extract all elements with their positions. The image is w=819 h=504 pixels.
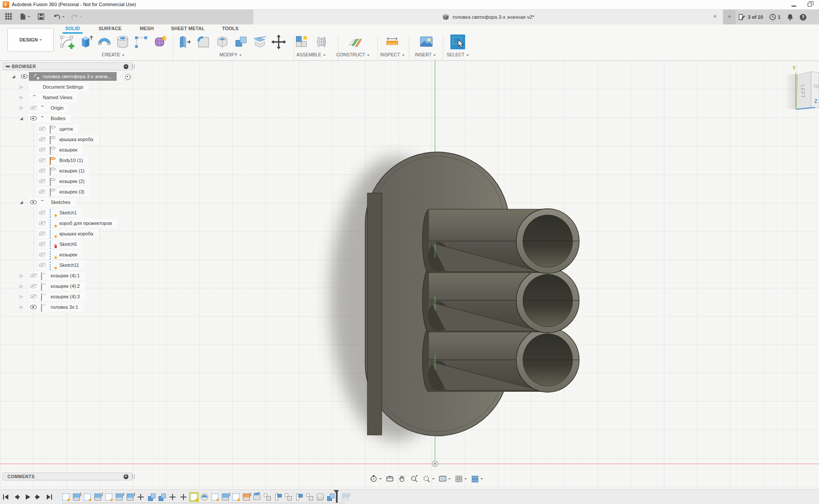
new-tab-button[interactable]: + — [723, 10, 736, 24]
timeline-feature-extrude[interactable] — [94, 494, 101, 501]
timeline-feature-sketch[interactable] — [211, 494, 218, 501]
visibility-eye-icon[interactable] — [39, 127, 45, 131]
browser-item-component[interactable]: козырек (4):1 — [3, 270, 132, 281]
group-label-select[interactable]: SELECT — [447, 52, 469, 57]
visibility-eye-icon[interactable] — [39, 158, 45, 162]
tab-sheet-metal[interactable]: SHEET METAL — [171, 24, 205, 33]
panel-grip[interactable] — [132, 64, 135, 69]
browser-item-body[interactable]: козырек — [3, 145, 132, 155]
pan-button[interactable] — [398, 475, 406, 483]
group-label-insert[interactable]: INSERT — [415, 52, 436, 57]
help-button[interactable]: ? — [800, 14, 806, 21]
timeline-feature-pattern[interactable] — [275, 494, 278, 501]
tab-surface[interactable]: SURFACE — [99, 24, 122, 33]
timeline-feature-new-component[interactable] — [264, 494, 271, 501]
timeline-feature-sketch[interactable] — [62, 494, 69, 501]
group-label-inspect[interactable]: INSPECT — [380, 52, 404, 57]
visibility-eye-icon[interactable] — [39, 252, 45, 257]
timeline-feature-new-component[interactable] — [306, 494, 313, 501]
timeline-feature-sketch[interactable] — [105, 494, 112, 501]
display-settings-button[interactable] — [439, 475, 451, 483]
visor-tube-top[interactable] — [422, 209, 579, 273]
redo-button[interactable] — [71, 13, 82, 20]
browser-item-sketch[interactable]: короб для прожекторов — [3, 218, 132, 228]
browser-item-component[interactable]: козырек (4):3 — [3, 291, 132, 302]
expand-arrow-icon[interactable] — [10, 74, 17, 79]
viewports-button[interactable] — [471, 475, 483, 483]
application-menu-button[interactable] — [5, 13, 12, 20]
browser-item-body[interactable]: щиток — [3, 124, 132, 134]
browser-item-bodies[interactable]: Bodies — [3, 113, 132, 124]
browser-item-body[interactable]: крышка короба — [3, 134, 132, 145]
measure-button[interactable] — [384, 34, 400, 51]
comments-panel[interactable]: COMMENTS + — [3, 473, 132, 480]
timeline-feature-combine[interactable] — [148, 494, 155, 501]
zoom-button[interactable] — [410, 475, 418, 483]
browser-item-body[interactable]: козырек (2) — [3, 176, 132, 186]
activate-component-radio[interactable] — [123, 72, 131, 80]
expand-arrow-icon[interactable] — [18, 294, 24, 299]
restore-button[interactable] — [808, 3, 812, 7]
visibility-eye-icon[interactable] — [30, 116, 37, 121]
timeline-feature-extrude[interactable] — [73, 494, 80, 501]
tab-mesh[interactable]: MESH — [140, 24, 154, 33]
browser-item-sketch-locked[interactable]: Sketch5 — [3, 239, 132, 249]
visibility-eye-icon[interactable] — [39, 169, 45, 173]
browser-header[interactable]: ◀◀ BROWSER – — [3, 62, 132, 70]
joint-button[interactable] — [314, 34, 329, 51]
play-button[interactable] — [24, 494, 31, 501]
visibility-eye-icon[interactable] — [30, 273, 37, 278]
viewcube[interactable]: Y LEFT TO Z — [782, 61, 819, 113]
create-form-button[interactable] — [152, 34, 168, 51]
save-button[interactable] — [38, 13, 45, 20]
activity-status[interactable]: 1 — [769, 14, 781, 21]
hole-button[interactable] — [115, 34, 131, 51]
collapse-browser-button[interactable]: – — [124, 64, 128, 69]
extrude-button[interactable] — [78, 34, 93, 51]
timeline-feature-move[interactable] — [180, 494, 187, 501]
timeline-feature-extrude[interactable] — [116, 494, 123, 501]
split-body-button[interactable] — [252, 34, 268, 51]
browser-item-body-highlighted[interactable]: Body10 (1) — [3, 155, 132, 166]
file-menu-button[interactable] — [19, 13, 30, 20]
go-to-end-button[interactable] — [46, 494, 53, 501]
timeline-feature-move[interactable] — [169, 494, 176, 501]
model-viewport[interactable]: Y LEFT TO Z ◀◀ BROWSER – головка светофо… — [0, 61, 819, 489]
browser-item-named-views[interactable]: Named Views — [3, 92, 132, 103]
timeline-feature-sketch[interactable] — [232, 494, 239, 501]
browser-item-sketch[interactable]: Sketch1 — [3, 207, 132, 218]
visibility-eye-icon[interactable] — [30, 305, 37, 309]
timeline-playhead[interactable] — [336, 490, 338, 503]
expand-arrow-icon[interactable] — [18, 200, 24, 204]
timeline-feature-move[interactable] — [137, 494, 144, 501]
browser-item-body[interactable]: козырек (3) — [3, 186, 132, 197]
workspace-selector[interactable]: DESIGN — [7, 28, 54, 52]
go-to-start-button[interactable] — [2, 494, 9, 501]
fit-button[interactable] — [422, 475, 435, 483]
timeline-feature-split-body[interactable] — [253, 495, 260, 500]
press-pull-button[interactable] — [176, 34, 192, 51]
group-label-construct[interactable]: CONSTRUCT — [336, 52, 370, 57]
look-at-button[interactable] — [386, 475, 394, 483]
timeline-feature-pattern[interactable] — [296, 494, 299, 501]
browser-item-origin[interactable]: Origin — [3, 103, 132, 113]
tab-tools[interactable]: TOOLS — [222, 24, 238, 33]
group-label-create[interactable]: CREATE — [102, 52, 124, 57]
visibility-eye-icon[interactable] — [39, 211, 45, 215]
timeline-feature-extrude[interactable] — [222, 494, 229, 501]
minimize-button[interactable] — [791, 6, 796, 7]
orbit-button[interactable] — [370, 475, 382, 483]
expand-arrow-icon[interactable] — [18, 95, 24, 100]
shell-button[interactable] — [214, 34, 230, 51]
browser-item-sketches[interactable]: Sketches — [3, 197, 132, 207]
step-back-button[interactable] — [13, 494, 20, 501]
expand-arrow-icon[interactable] — [18, 305, 24, 309]
visor-tube-bottom[interactable] — [422, 328, 579, 392]
new-component-button[interactable] — [294, 34, 310, 51]
timeline-feature-combine[interactable] — [327, 494, 334, 501]
visibility-eye-icon[interactable] — [39, 148, 45, 152]
group-label-assemble[interactable]: ASSEMBLE — [297, 52, 326, 57]
visibility-eye-icon[interactable] — [39, 179, 45, 183]
expand-arrow-icon[interactable] — [18, 116, 24, 121]
timeline-feature-extrude-active[interactable] — [243, 494, 250, 501]
